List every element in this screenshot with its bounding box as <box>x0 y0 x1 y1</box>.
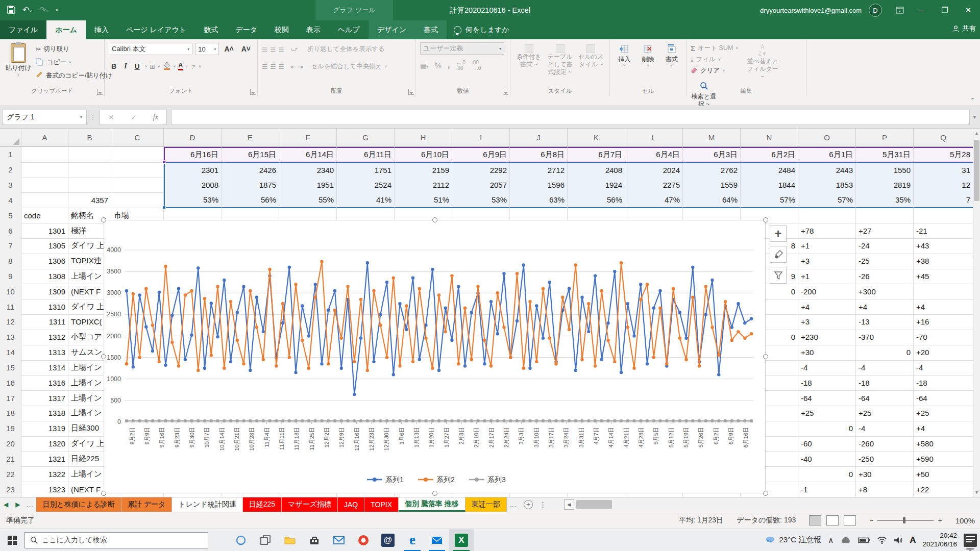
column-header-I[interactable]: I <box>452 129 510 147</box>
cell-A19[interactable]: 1319 <box>21 421 68 437</box>
cell-B3[interactable] <box>68 178 111 193</box>
column-header-G[interactable]: G <box>337 129 395 147</box>
cell-F2[interactable]: 2340 <box>279 162 337 178</box>
ime-indicator[interactable]: A <box>910 535 916 545</box>
cell-F4[interactable]: 55% <box>279 192 337 208</box>
cell-C2[interactable] <box>111 162 164 178</box>
cell-Q20[interactable]: +580 <box>914 436 973 452</box>
increase-decimal-icon[interactable]: ←.0.00 <box>456 60 465 71</box>
cell-O9[interactable]: +1 <box>798 269 856 285</box>
customize-qat-icon[interactable]: ▾ <box>56 8 58 13</box>
cell-N1[interactable]: 6月2日 <box>741 147 798 163</box>
horizontal-scrollbar[interactable]: ◀ <box>550 497 980 512</box>
column-header-P[interactable]: P <box>856 129 914 147</box>
weather-widget[interactable]: 23°C 注意報 <box>765 535 821 545</box>
row-header-13[interactable]: 13 <box>0 330 21 345</box>
insert-cells-button[interactable]: 挿入˅ <box>614 43 634 68</box>
cell-P15[interactable]: -4 <box>856 360 914 376</box>
vertical-scroll-thumb[interactable] <box>974 140 979 201</box>
cell-C4[interactable] <box>111 192 164 208</box>
cell-P18[interactable]: +25 <box>856 406 914 421</box>
cell-K4[interactable]: 56% <box>568 192 625 208</box>
cell-Q21[interactable]: +590 <box>914 452 973 467</box>
expand-formula-bar-icon[interactable]: ▾ <box>973 114 976 120</box>
cell-C3[interactable] <box>111 178 164 193</box>
row-header-8[interactable]: 8 <box>0 254 21 269</box>
zoom-thumb[interactable] <box>903 517 905 523</box>
cell-P10[interactable]: +300 <box>856 284 914 299</box>
row-header-2[interactable]: 2 <box>0 162 21 178</box>
task-view-icon[interactable] <box>253 529 278 551</box>
sheet-ellipsis-right[interactable]: … <box>507 497 520 512</box>
row-header-6[interactable]: 6 <box>0 223 21 239</box>
chart-filters-button[interactable] <box>770 267 787 284</box>
cell-O1[interactable]: 6月1日 <box>798 147 856 163</box>
cell-L3[interactable]: 2275 <box>625 178 683 193</box>
cell-O3[interactable]: 1853 <box>798 178 856 193</box>
cell-P8[interactable]: -25 <box>856 254 914 269</box>
cell-N2[interactable]: 2484 <box>741 162 798 178</box>
tab-data[interactable]: データ <box>227 20 266 39</box>
cell-H1[interactable]: 6月10日 <box>395 147 452 163</box>
cell-A6[interactable]: 1301 <box>21 223 68 239</box>
cell-P4[interactable]: 35% <box>856 192 914 208</box>
selection-handle[interactable] <box>162 206 166 209</box>
cell-L4[interactable]: 47% <box>625 192 683 208</box>
orientation-icon[interactable]: ⤻ <box>291 45 298 53</box>
column-header-N[interactable]: N <box>741 129 798 147</box>
chart-resize-handle[interactable] <box>763 217 768 222</box>
cell-A10[interactable]: 1309 <box>21 284 68 299</box>
tab-chart-format[interactable]: 書式 <box>415 20 447 39</box>
cell-O5[interactable] <box>798 208 856 223</box>
tab-view[interactable]: 表示 <box>298 20 329 39</box>
cell-M2[interactable]: 2762 <box>683 162 741 178</box>
cell-P19[interactable]: -4 <box>856 421 914 437</box>
start-button[interactable] <box>0 529 24 551</box>
sheet-nav-right-icon[interactable]: ▶ <box>12 497 23 512</box>
decrease-decimal-icon[interactable]: .00→.0 <box>472 60 481 71</box>
row-header-19[interactable]: 19 <box>0 421 21 437</box>
number-dialog-launcher[interactable] <box>503 89 508 95</box>
column-header-Q[interactable]: Q <box>914 129 973 147</box>
cell-O10[interactable]: -200 <box>798 284 856 299</box>
tabbar-splitter[interactable]: ⋮ <box>537 497 550 512</box>
edge-icon[interactable]: e <box>400 529 425 551</box>
cell-Q17[interactable]: -64 <box>914 390 973 406</box>
cell-J1[interactable]: 6月8日 <box>510 147 568 163</box>
conditional-formatting-button[interactable]: 条件付き書式 ~ <box>514 43 544 76</box>
battery-icon[interactable] <box>858 537 870 544</box>
row-header-21[interactable]: 21 <box>0 452 21 467</box>
zoom-in-icon[interactable]: + <box>938 516 942 524</box>
borders-icon[interactable]: ⊞ <box>150 63 155 70</box>
sheet-ellipsis-left[interactable]: … <box>23 497 36 512</box>
cell-Q15[interactable]: -4 <box>914 360 973 376</box>
cell-Q4[interactable]: 7 <box>914 192 973 208</box>
cell-A15[interactable]: 1314 <box>21 360 68 376</box>
fill-color-icon[interactable] <box>163 62 171 71</box>
row-header-7[interactable]: 7 <box>0 238 21 254</box>
italic-button[interactable]: I <box>121 61 129 71</box>
normal-view-icon[interactable] <box>809 515 821 525</box>
cell-K2[interactable]: 2408 <box>568 162 625 178</box>
excel-taskbar-icon[interactable]: X <box>449 529 474 551</box>
cell-Q2[interactable]: 31 <box>914 162 973 178</box>
row-header-9[interactable]: 9 <box>0 269 21 285</box>
tab-home[interactable]: ホーム <box>46 20 86 39</box>
cell-N4[interactable]: 57% <box>741 192 798 208</box>
tab-help[interactable]: ヘルプ <box>329 20 369 39</box>
column-header-D[interactable]: D <box>164 129 222 147</box>
comma-icon[interactable]: , <box>448 60 450 70</box>
cell-L1[interactable]: 6月4日 <box>625 147 683 163</box>
tab-formulas[interactable]: 数式 <box>195 20 227 39</box>
line-chart[interactable]: 050010001500200025003000350040009月2日9月9日… <box>104 220 766 493</box>
cell-A2[interactable] <box>21 162 68 178</box>
cell-P12[interactable]: -13 <box>856 314 914 330</box>
column-header-B[interactable]: B <box>68 129 111 147</box>
row-header-23[interactable]: 23 <box>0 482 21 497</box>
sheet-tab-2[interactable]: 累計 データ <box>121 497 173 512</box>
close-button[interactable]: ✕ <box>957 0 980 20</box>
cell-D1[interactable]: 6月16日 <box>164 147 222 163</box>
cell-Q22[interactable]: +50 <box>914 466 973 482</box>
sheet-tab-4[interactable]: 日経225 <box>243 497 282 512</box>
cell-Q13[interactable]: -70 <box>914 330 973 345</box>
